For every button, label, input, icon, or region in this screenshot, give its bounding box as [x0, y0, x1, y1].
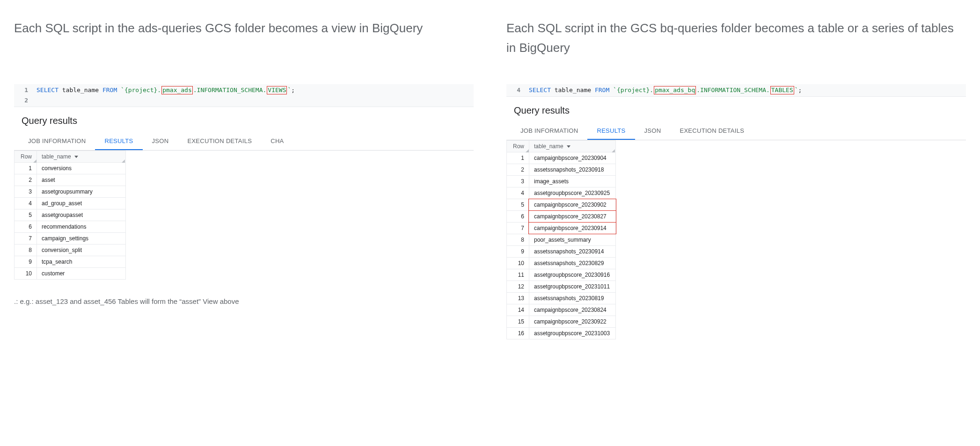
kw-from: FROM [102, 86, 117, 94]
dataset-box: pmax_ads [161, 86, 193, 94]
tab-job-information[interactable]: JOB INFORMATION [511, 122, 587, 140]
line-number: 1 [14, 85, 37, 95]
tab-results[interactable]: RESULTS [95, 133, 142, 150]
cell-table-name: recommendations [37, 221, 126, 233]
tab-execution-details[interactable]: EXECUTION DETAILS [178, 133, 261, 150]
cell-table-name: campaignbpscore_20230824 [529, 304, 616, 316]
sort-caret-icon[interactable] [74, 156, 78, 158]
table-row[interactable]: 9assetssnapshots_20230914 [507, 246, 616, 258]
col-header-table-name[interactable]: table_name ◢ [37, 151, 126, 163]
table-row[interactable]: 15campaignbpscore_20230922 [507, 316, 616, 328]
dataset-box: pmax_ads_bq [654, 86, 696, 94]
table-row[interactable]: 7campaignbpscore_20230914 [507, 223, 616, 234]
table-row[interactable]: 10customer [15, 268, 126, 280]
dot: . [263, 86, 267, 94]
table-row[interactable]: 4ad_group_asset [15, 198, 126, 209]
table-row[interactable]: 1campaignbpscore_20230904 [507, 152, 616, 164]
cell-table-name: assetgroupasset [37, 209, 126, 221]
col-header-row[interactable]: Row ◢ [507, 141, 529, 152]
table-row[interactable]: 5campaignbpscore_20230902 [507, 199, 616, 211]
results-table-right: Row ◢ table_name ◢ 1campaignbpscore_2023… [506, 140, 616, 339]
table-row[interactable]: 9tcpa_search [15, 256, 126, 268]
cell-table-name: campaignbpscore_20230914 [529, 223, 616, 234]
table-row[interactable]: 6campaignbpscore_20230827 [507, 211, 616, 223]
table-row[interactable]: 8poor_assets_summary [507, 234, 616, 246]
cell-table-name: assetssnapshots_20230918 [529, 164, 616, 176]
row-number: 7 [507, 223, 529, 234]
dot: . [696, 86, 700, 94]
tab-execution-details[interactable]: EXECUTION DETAILS [670, 122, 753, 140]
row-number: 13 [507, 293, 529, 304]
backtick: ` [795, 86, 798, 94]
highlight-box [528, 210, 616, 223]
cell-table-name: campaign_settings [37, 233, 126, 245]
row-number: 1 [507, 152, 529, 164]
table-row[interactable]: 3assetgroupsummary [15, 186, 126, 198]
kw-from: FROM [595, 86, 609, 94]
resize-handle-icon[interactable]: ◢ [33, 158, 37, 162]
tab-results[interactable]: RESULTS [587, 122, 635, 140]
table-row[interactable]: 2assetssnapshots_20230918 [507, 164, 616, 176]
project-placeholder: {project} [124, 86, 157, 94]
results-tabs: JOB INFORMATION RESULTS JSON EXECUTION D… [506, 122, 966, 140]
kw-select: SELECT [37, 86, 59, 94]
table-row[interactable]: 4assetgroupbpscore_20230925 [507, 187, 616, 199]
table-row[interactable]: 2asset [15, 174, 126, 186]
table-row[interactable]: 16assetgroupbpscore_20231003 [507, 328, 616, 339]
cell-table-name: assetssnapshots_20230819 [529, 293, 616, 304]
row-number: 8 [507, 234, 529, 246]
results-table-left: Row ◢ table_name ◢ 1conversions2asset3as… [14, 151, 126, 280]
col-header-table-name[interactable]: table_name ◢ [529, 141, 616, 152]
cell-table-name: assetssnapshots_20230829 [529, 258, 616, 269]
highlight-box [528, 222, 616, 234]
tab-chart[interactable]: CHART [261, 133, 284, 150]
dot: . [650, 86, 653, 94]
backtick: ` [613, 86, 617, 94]
cell-table-name: image_assets [529, 176, 616, 187]
resize-handle-icon[interactable]: ◢ [612, 148, 615, 152]
cell-table-name: assetgroupbpscore_20230916 [529, 269, 616, 281]
table-row[interactable]: 8conversion_split [15, 245, 126, 256]
table-row[interactable]: 3image_assets [507, 176, 616, 187]
table-row[interactable]: 7campaign_settings [15, 233, 126, 245]
left-sql-editor[interactable]: 1 SELECT table_name FROM `{project}.pmax… [14, 84, 474, 107]
row-number: 10 [15, 268, 37, 280]
code-line-4: 4 SELECT table_name FROM `{project}.pmax… [506, 85, 966, 95]
cell-table-name: ad_group_asset [37, 198, 126, 209]
table-row[interactable]: 14campaignbpscore_20230824 [507, 304, 616, 316]
table-row[interactable]: 10assetssnapshots_20230829 [507, 258, 616, 269]
row-number: 1 [15, 163, 37, 174]
tab-job-information[interactable]: JOB INFORMATION [19, 133, 95, 150]
table-row[interactable]: 13assetssnapshots_20230819 [507, 293, 616, 304]
sort-caret-icon[interactable] [567, 145, 570, 148]
left-footnote: .: e.g.: asset_123 and asset_456 Tables … [14, 297, 474, 305]
backtick: ` [121, 86, 124, 94]
highlight-box [528, 199, 616, 211]
row-number: 3 [507, 176, 529, 187]
resize-handle-icon[interactable]: ◢ [525, 148, 529, 152]
cell-table-name: asset [37, 174, 126, 186]
right-description: Each SQL script in the GCS bq-queries fo… [506, 19, 966, 70]
table-row[interactable]: 12assetgroupbpscore_20231011 [507, 281, 616, 293]
cell-table-name: poor_assets_summary [529, 234, 616, 246]
target-box: TABLES [770, 86, 794, 94]
semicolon: ; [798, 86, 802, 94]
query-results-title: Query results [14, 107, 474, 133]
cell-table-name: tcpa_search [37, 256, 126, 268]
table-row[interactable]: 11assetgroupbpscore_20230916 [507, 269, 616, 281]
project-placeholder: {project} [617, 86, 650, 94]
cell-table-name: campaignbpscore_20230827 [529, 211, 616, 223]
table-row[interactable]: 6recommendations [15, 221, 126, 233]
code-line-1: 1 SELECT table_name FROM `{project}.pmax… [14, 85, 474, 95]
results-tabs: JOB INFORMATION RESULTS JSON EXECUTION D… [14, 133, 474, 151]
row-number: 11 [507, 269, 529, 281]
col-header-row[interactable]: Row ◢ [15, 151, 37, 163]
row-number: 6 [15, 221, 37, 233]
table-row[interactable]: 1conversions [15, 163, 126, 174]
right-sql-editor[interactable]: 4 SELECT table_name FROM `{project}.pmax… [506, 84, 966, 97]
resize-handle-icon[interactable]: ◢ [122, 158, 125, 162]
tab-json[interactable]: JSON [635, 122, 671, 140]
tab-json[interactable]: JSON [143, 133, 178, 150]
table-row[interactable]: 5assetgroupasset [15, 209, 126, 221]
row-number: 6 [507, 211, 529, 223]
